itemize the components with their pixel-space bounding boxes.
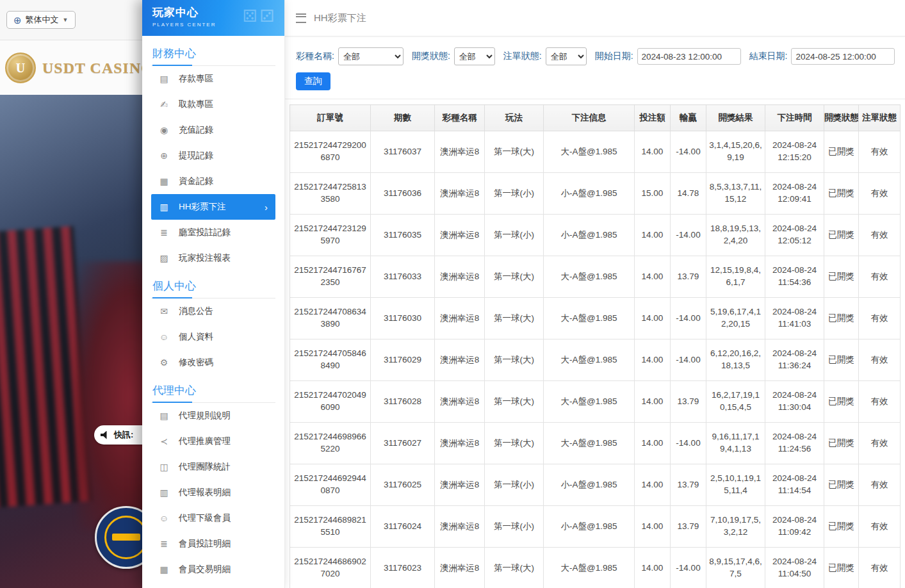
sidebar: 玩家中心 PLAYERS CENTER ⚄⚂ 財務中心▤存款專區✍取款專區◉充值… (142, 0, 285, 588)
start-date-label: 開始日期: (595, 51, 633, 62)
cell-order-status: 有效 (859, 423, 901, 464)
cell-lottery-name: 澳洲幸运8 (435, 339, 485, 381)
sidebar-item-agent-promotion[interactable]: ≺代理推廣管理 (151, 429, 275, 454)
cell-bet-time: 2024-08-24 11:36:24 (765, 339, 824, 381)
lottery-bet-icon: ▥ (159, 202, 169, 211)
language-selector[interactable]: ⊕ 繁体中文 ▼ (6, 11, 76, 29)
table-row: 215217244692944087031176025澳洲幸运8第一球(小)小-… (290, 464, 901, 506)
cell-period: 31176029 (371, 339, 435, 381)
table-row: 215217244723129597031176035澳洲幸运8第一球(小)小-… (290, 215, 901, 256)
bet-report-icon: ▨ (159, 254, 169, 263)
sidebar-item-label: 取款專區 (179, 99, 213, 110)
cell-order-no: 2152172447167672350 (290, 256, 371, 298)
cell-bet-amount: 14.00 (635, 131, 671, 173)
page-title: HH彩票下注 (314, 12, 366, 24)
table-row: 215217244725813358031176036澳洲幸运8第一球(小)小-… (290, 173, 901, 215)
orders-table-wrap: 訂單號期數彩種名稱玩法下注信息投注額輸贏開獎結果下注時間開獎狀態注單狀態 215… (284, 99, 905, 588)
recharge-record-icon: ◉ (159, 126, 169, 135)
cell-draw-result: 6,12,20,16,2,18,13,5 (706, 339, 765, 381)
cell-lottery-name: 澳洲幸运8 (435, 381, 485, 423)
sidebar-item-announcements[interactable]: ✉消息公告 (151, 298, 275, 324)
cell-bet-info: 大-A盤@1.985 (544, 339, 635, 381)
sidebar-item-member-transaction-detail[interactable]: ▦會員交易明細 (151, 557, 275, 582)
language-label: 繁体中文 (26, 14, 59, 26)
sidebar-item-hh-lottery-bets[interactable]: ▥HH彩票下注› (151, 194, 275, 220)
brand-logo-icon: U (5, 53, 36, 83)
start-date-input[interactable] (637, 48, 741, 65)
column-header-draw-result: 開獎結果 (706, 105, 765, 131)
cell-bet-time: 2024-08-24 12:09:41 (765, 173, 824, 215)
sidebar-item-deposit[interactable]: ▤存款專區 (151, 66, 275, 92)
report-detail-icon: ▥ (159, 488, 169, 497)
sidebar-item-agent-report-detail[interactable]: ▥代理報表明細 (151, 480, 275, 505)
sidebar-item-change-password[interactable]: ⚙修改密碼 (151, 350, 275, 375)
cell-period: 31176024 (371, 506, 435, 548)
sidebar-item-withdrawal-records[interactable]: ⊕提現記錄 (151, 143, 275, 168)
search-button[interactable]: 查詢 (296, 72, 330, 90)
bell-icon: ✉ (159, 307, 169, 316)
table-row: 215217244716767235031176033澳洲幸运8第一球(大)大-… (290, 256, 901, 298)
order-status-select[interactable]: 全部 (546, 47, 587, 65)
cell-period: 31176030 (371, 298, 435, 339)
cell-draw-result: 8,5,3,13,7,11,15,12 (706, 173, 765, 215)
sidebar-item-withdraw[interactable]: ✍取款專區 (151, 92, 275, 117)
cell-play: 第一球(大) (485, 256, 544, 298)
cell-play: 第一球(大) (485, 298, 544, 339)
sidebar-item-recharge-records[interactable]: ◉充值記錄 (151, 117, 275, 143)
sidebar-item-member-bet-detail[interactable]: ≣會員投註明細 (151, 531, 275, 557)
cell-draw-status: 已開獎 (824, 548, 859, 588)
cell-order-no: 2152172446869027020 (290, 548, 371, 588)
cell-play: 第一球(大) (485, 423, 544, 464)
sidebar-item-room-bet-records[interactable]: ≣廳室投註記錄 (151, 220, 275, 245)
cell-bet-time: 2024-08-24 11:30:04 (765, 381, 824, 423)
sidebar-item-label: 消息公告 (179, 306, 213, 317)
cell-win-loss: 13.79 (671, 464, 706, 506)
cell-order-status: 有效 (859, 548, 901, 588)
hamburger-menu-icon[interactable] (296, 13, 306, 23)
cell-order-no: 2152172447020496090 (290, 381, 371, 423)
cell-draw-status: 已開獎 (824, 298, 859, 339)
cell-lottery-name: 澳洲幸运8 (435, 215, 485, 256)
sidebar-item-label: 修改密碼 (179, 357, 213, 368)
column-header-draw-status: 開獎狀態 (824, 105, 859, 131)
sidebar-item-agent-sub-members[interactable]: ☺代理下級會員 (151, 505, 275, 531)
sidebar-item-label: 代理推廣管理 (179, 436, 231, 447)
orders-table: 訂單號期數彩種名稱玩法下注信息投注額輸贏開獎結果下注時間開獎狀態注單狀態 215… (289, 104, 901, 588)
sidebar-item-player-bet-report[interactable]: ▨玩家投注報表 (151, 245, 275, 271)
column-header-bet-amount: 投注額 (635, 105, 671, 131)
column-header-bet-time: 下注時間 (765, 105, 824, 131)
draw-status-select[interactable]: 全部 (454, 47, 495, 65)
cell-draw-result: 8,9,15,17,4,6,7,5 (706, 548, 765, 588)
cell-play: 第一球(大) (485, 548, 544, 588)
cell-period: 31176023 (371, 548, 435, 588)
end-date-input[interactable] (791, 48, 895, 65)
main-content: HH彩票下注 彩種名稱: 全部 開獎狀態: 全部 注單狀態: 全部 開始日期: … (284, 0, 905, 588)
cell-draw-status: 已開獎 (824, 173, 859, 215)
cell-draw-status: 已開獎 (824, 339, 859, 381)
column-header-order-no: 訂單號 (290, 105, 371, 131)
cell-play: 第一球(大) (485, 381, 544, 423)
sidebar-item-funds-records[interactable]: ▦資金記錄 (151, 168, 275, 194)
cell-draw-result: 3,1,4,15,20,6,9,19 (706, 131, 765, 173)
cell-order-status: 有效 (859, 173, 901, 215)
cell-order-no: 2152172447258133580 (290, 173, 371, 215)
cell-draw-result: 16,2,17,19,10,15,4,5 (706, 381, 765, 423)
table-row: 215217244729200687031176037澳洲幸运8第一球(大)大-… (290, 131, 901, 173)
cell-bet-info: 大-A盤@1.985 (544, 548, 635, 588)
lottery-name-select[interactable]: 全部 (338, 47, 404, 65)
cell-draw-status: 已開獎 (824, 131, 859, 173)
cell-draw-result: 9,16,11,17,19,4,1,13 (706, 423, 765, 464)
cell-draw-result: 7,10,19,17,5,3,2,12 (706, 506, 765, 548)
sidebar-item-agent-team-stats[interactable]: ◫代理團隊統計 (151, 454, 275, 480)
transaction-detail-icon: ▦ (159, 565, 169, 574)
cell-bet-amount: 14.00 (635, 464, 671, 506)
sidebar-item-label: 提現記錄 (179, 150, 213, 161)
deposit-icon: ▤ (159, 74, 169, 83)
cell-win-loss: -14.00 (671, 339, 706, 381)
cell-bet-amount: 14.00 (635, 215, 671, 256)
column-header-period: 期數 (371, 105, 435, 131)
sidebar-item-agent-rules[interactable]: ▤代理規則說明 (151, 403, 275, 429)
members-icon: ☺ (159, 514, 169, 523)
cell-order-status: 有效 (859, 506, 901, 548)
sidebar-item-profile[interactable]: ☺個人資料 (151, 324, 275, 350)
